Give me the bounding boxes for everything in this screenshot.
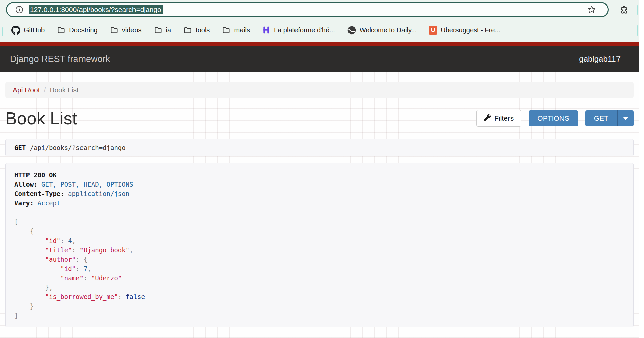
request-path: /api/books/ (30, 144, 72, 151)
browser-window: 127.0.0.1:8000/api/books/?search=django (0, 0, 639, 338)
request-query: search=django (76, 144, 126, 151)
bookmark-label: Ubersuggest - Fre... (441, 26, 500, 34)
filters-button-label: Filters (494, 114, 514, 122)
response-header-content-type: Content-Type:application/json (14, 189, 625, 198)
wrench-icon (484, 114, 491, 123)
user-menu[interactable]: gabigab117 (579, 54, 621, 64)
bookmark-hostinger[interactable]: La plateforme d'hé... (262, 26, 335, 35)
site-info-icon[interactable] (15, 5, 24, 14)
bookmark-label: tools (196, 26, 210, 34)
header-name: Content-Type: (14, 190, 64, 197)
request-method: GET (14, 144, 26, 151)
extensions-puzzle-icon[interactable] (619, 5, 629, 15)
bookmark-tools[interactable]: tools (183, 26, 210, 35)
bookmark-docstring[interactable]: Docstring (57, 26, 97, 35)
request-line: GET /api/books/ ? search=django (5, 139, 634, 156)
top-accent-stripe (0, 42, 639, 46)
page-header-row: Book List Filters OPTIONS GET (5, 108, 634, 128)
bookmark-label: mails (234, 26, 250, 34)
options-button-label: OPTIONS (537, 114, 569, 122)
bookmark-star-icon[interactable] (587, 5, 596, 14)
address-bar[interactable]: 127.0.0.1:8000/api/books/?search=django (6, 2, 609, 17)
bookmark-label: ia (166, 26, 171, 34)
globe-icon (347, 26, 356, 35)
bookmark-label: GitHub (24, 26, 45, 34)
response-status: HTTP 200 OK (14, 170, 625, 180)
ubersuggest-icon: U (429, 26, 437, 35)
chevron-down-icon (623, 117, 628, 120)
header-name: Vary: (14, 199, 34, 207)
bookmark-label: Welcome to Daily... (360, 26, 417, 34)
bookmark-label: La plateforme d'hé... (274, 26, 335, 34)
github-icon (11, 26, 20, 35)
get-split-button: GET (585, 110, 634, 126)
breadcrumb-api-root-link[interactable]: Api Root (13, 86, 40, 94)
drf-brand[interactable]: Django REST framework (10, 54, 110, 64)
folder-icon (154, 26, 163, 35)
bookmarks-edge-dash (2, 27, 3, 36)
window-edge-dash-bottom (637, 25, 638, 36)
response-header-vary: Vary:Accept (14, 198, 625, 208)
breadcrumb-current: Book List (50, 86, 78, 94)
header-value: GET, POST, HEAD, OPTIONS (41, 181, 133, 188)
folder-icon (110, 26, 119, 35)
bookmark-daily[interactable]: Welcome to Daily... (347, 26, 417, 35)
action-buttons: Filters OPTIONS GET (476, 110, 634, 127)
bookmark-mails[interactable]: mails (222, 26, 250, 35)
bookmark-videos[interactable]: videos (110, 26, 142, 35)
page-content: Api Root / Book List Book List Filters O… (0, 72, 639, 338)
get-button[interactable]: GET (585, 110, 618, 126)
bookmark-label: Docstring (69, 26, 97, 34)
response-header-allow: Allow:GET, POST, HEAD, OPTIONS (14, 180, 625, 189)
hostinger-icon (262, 26, 271, 35)
page-title: Book List (5, 108, 77, 128)
header-name: Allow: (14, 181, 38, 188)
get-dropdown-toggle[interactable] (618, 113, 634, 124)
bookmarks-bar: GitHub Docstring videos ia (0, 19, 639, 41)
window-edge-dash-top (637, 5, 638, 15)
bookmark-label: videos (122, 26, 142, 34)
folder-icon (57, 26, 66, 35)
response-body: [ { "id": 4, "title": "Django book", "au… (14, 217, 625, 320)
bookmark-ia[interactable]: ia (154, 26, 171, 35)
browser-chrome: 127.0.0.1:8000/api/books/?search=django (0, 0, 639, 42)
folder-icon (183, 26, 192, 35)
header-value: application/json (68, 190, 129, 197)
address-row: 127.0.0.1:8000/api/books/?search=django (0, 0, 639, 19)
breadcrumb: Api Root / Book List (5, 82, 634, 98)
drf-navbar: Django REST framework gabigab117 (0, 46, 639, 72)
bookmark-github[interactable]: GitHub (11, 26, 45, 35)
breadcrumb-separator: / (44, 86, 46, 94)
options-button[interactable]: OPTIONS (529, 110, 578, 126)
url-input[interactable]: 127.0.0.1:8000/api/books/?search=django (29, 5, 163, 14)
filters-button[interactable]: Filters (476, 110, 521, 127)
bookmark-ubersuggest[interactable]: U Ubersuggest - Fre... (429, 26, 500, 35)
response-panel: HTTP 200 OK Allow:GET, POST, HEAD, OPTIO… (5, 163, 634, 327)
request-query-mark: ? (72, 144, 76, 151)
folder-icon (222, 26, 231, 35)
header-value: Accept (38, 199, 61, 207)
